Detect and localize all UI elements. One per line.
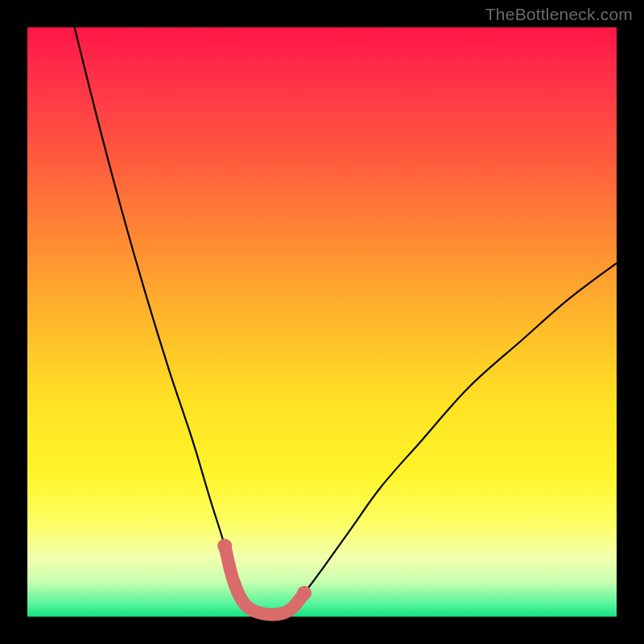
chart-plot-area xyxy=(27,27,617,617)
watermark-text: TheBottleneck.com xyxy=(485,5,633,24)
highlight-endpoint xyxy=(297,586,312,601)
chart-frame: TheBottleneck.com xyxy=(0,0,644,644)
bottleneck-curve xyxy=(75,27,617,615)
chart-svg xyxy=(27,27,617,617)
optimal-range-highlight xyxy=(225,546,304,614)
highlight-endpoint xyxy=(217,539,232,553)
